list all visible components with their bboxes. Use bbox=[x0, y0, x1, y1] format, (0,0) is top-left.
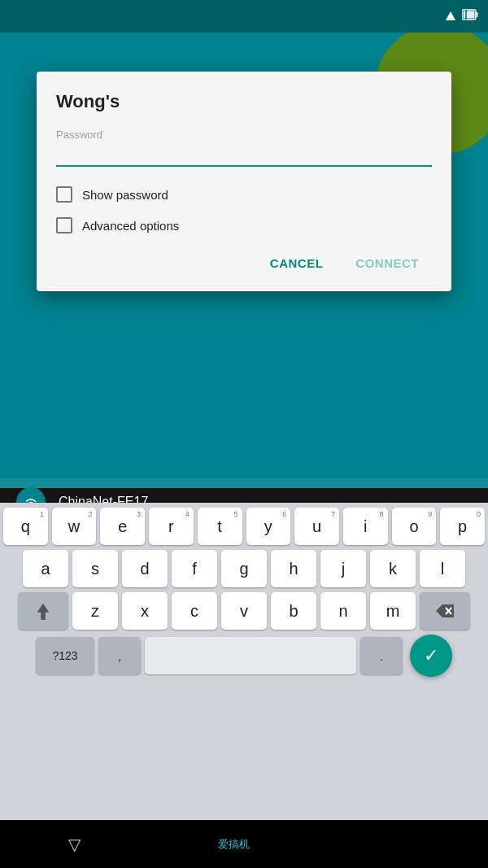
battery-icon bbox=[462, 9, 478, 24]
key-comma[interactable]: , bbox=[98, 637, 141, 674]
svg-rect-4 bbox=[464, 11, 475, 19]
key-q[interactable]: 1q bbox=[3, 508, 48, 545]
advanced-options-checkbox[interactable] bbox=[56, 217, 72, 233]
back-button[interactable]: ▽ bbox=[68, 835, 81, 854]
keyboard: 1q 2w 3e 4r 5t 6y 7u 8i 9o 0p a s d f g … bbox=[0, 503, 488, 820]
key-d[interactable]: d bbox=[122, 550, 168, 587]
key-w[interactable]: 2w bbox=[52, 508, 97, 545]
key-e[interactable]: 3e bbox=[100, 508, 145, 545]
advanced-options-row[interactable]: Advanced options bbox=[56, 217, 432, 233]
key-m[interactable]: m bbox=[370, 592, 416, 630]
key-x[interactable]: x bbox=[122, 592, 168, 630]
key-shift[interactable] bbox=[18, 592, 68, 630]
show-password-checkbox[interactable] bbox=[56, 186, 72, 203]
key-i[interactable]: 8i bbox=[343, 508, 388, 545]
svg-rect-3 bbox=[477, 12, 478, 17]
key-n[interactable]: n bbox=[320, 592, 366, 630]
key-c[interactable]: c bbox=[172, 592, 217, 630]
key-t[interactable]: 5t bbox=[198, 508, 242, 545]
key-b[interactable]: b bbox=[271, 592, 316, 630]
key-p[interactable]: 0p bbox=[440, 508, 485, 545]
wifi-password-dialog: Wong's Password Show password Advanced o… bbox=[37, 72, 451, 291]
key-y[interactable]: 6y bbox=[246, 508, 291, 545]
status-bar: ! bbox=[0, 0, 488, 33]
key-period[interactable]: . bbox=[360, 637, 403, 674]
connect-button[interactable]: CONNECT bbox=[342, 248, 432, 278]
password-input[interactable] bbox=[56, 144, 432, 167]
key-z[interactable]: z bbox=[72, 592, 118, 630]
svg-rect-7 bbox=[41, 618, 46, 620]
key-backspace[interactable] bbox=[420, 592, 470, 630]
password-input-wrapper bbox=[56, 144, 432, 167]
key-r[interactable]: 4r bbox=[149, 508, 194, 545]
key-v[interactable]: v bbox=[221, 592, 267, 630]
advanced-options-label: Advanced options bbox=[82, 219, 179, 233]
show-password-row[interactable]: Show password bbox=[56, 186, 432, 203]
key-h[interactable]: h bbox=[271, 550, 316, 587]
keyboard-row-2: a s d f g h j k l bbox=[3, 550, 485, 587]
cancel-button[interactable]: CANCEL bbox=[257, 248, 337, 278]
key-l[interactable]: l bbox=[420, 550, 465, 587]
key-s[interactable]: s bbox=[72, 550, 118, 587]
key-g[interactable]: g bbox=[221, 550, 267, 587]
branding-text: 爱搞机 bbox=[218, 837, 250, 852]
nav-bar: ▽ 爱搞机 bbox=[0, 820, 488, 868]
key-o[interactable]: 9o bbox=[392, 508, 437, 545]
show-password-label: Show password bbox=[82, 188, 168, 202]
key-u[interactable]: 7u bbox=[294, 508, 339, 545]
key-a[interactable]: a bbox=[23, 550, 68, 587]
keyboard-row-4: ?123 , . ✓ bbox=[3, 635, 485, 677]
key-k[interactable]: k bbox=[370, 550, 416, 587]
key-j[interactable]: j bbox=[320, 550, 366, 587]
dialog-actions: CANCEL CONNECT bbox=[56, 248, 432, 278]
keyboard-row-1: 1q 2w 3e 4r 5t 6y 7u 8i 9o 0p bbox=[3, 508, 485, 545]
key-f[interactable]: f bbox=[172, 550, 217, 587]
password-label: Password bbox=[56, 129, 432, 141]
key-symbols[interactable]: ?123 bbox=[36, 637, 94, 674]
keyboard-row-3: z x c v b n m bbox=[3, 592, 485, 630]
key-space[interactable] bbox=[145, 637, 356, 674]
dialog-title: Wong's bbox=[56, 91, 432, 112]
key-done[interactable]: ✓ bbox=[410, 635, 452, 677]
signal-icon: ! bbox=[444, 10, 457, 23]
